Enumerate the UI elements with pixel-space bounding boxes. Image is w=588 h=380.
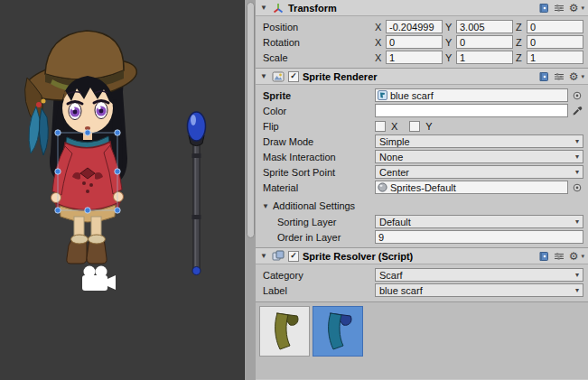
gear-icon[interactable]: ⚙: [569, 3, 579, 14]
dropdown-arrow-icon: ▾: [575, 168, 579, 176]
flip-x-label: X: [391, 121, 397, 132]
help-icon[interactable]: [538, 251, 549, 262]
z-axis-label: Z: [516, 52, 524, 63]
x-axis-label: X: [375, 37, 383, 48]
sprite-object-value: blue scarf: [390, 90, 565, 101]
blue-scarf-sprite: [318, 308, 358, 355]
foldout-icon[interactable]: ▼: [259, 72, 268, 80]
rotation-label: Rotation: [263, 37, 375, 48]
flip-x-checkbox[interactable]: [375, 121, 386, 132]
sorting-layer-label: Sorting Layer: [263, 217, 375, 227]
position-x-input[interactable]: [386, 20, 443, 33]
category-row: Category Scarf ▾: [256, 267, 588, 283]
preset-icon[interactable]: [554, 251, 565, 262]
position-y-input[interactable]: [456, 20, 513, 33]
gear-icon[interactable]: ⚙: [569, 251, 579, 262]
sprite-sort-point-label: Sprite Sort Point: [263, 167, 375, 178]
variant-thumbnail-olive-scarf[interactable]: [259, 306, 310, 357]
preset-icon[interactable]: [554, 3, 565, 14]
rotation-x-input[interactable]: [386, 35, 443, 49]
foldout-icon[interactable]: ▼: [259, 252, 268, 260]
scale-z-input[interactable]: [527, 51, 583, 64]
inspector-scrollbar[interactable]: [244, 0, 256, 380]
x-axis-label: X: [375, 52, 383, 63]
transform-component: ▼ Transform ⚙ ▾: [256, 0, 588, 68]
help-icon[interactable]: [538, 71, 549, 82]
color-label: Color: [263, 106, 375, 116]
component-title: Sprite Resolver (Script): [303, 251, 413, 262]
sprite-resolver-icon: [272, 250, 285, 263]
character-sprite[interactable]: [23, 31, 139, 264]
position-z-input[interactable]: [527, 20, 583, 33]
component-title: Transform: [288, 3, 337, 14]
object-picker-icon[interactable]: [573, 91, 582, 100]
rotation-z-input[interactable]: [527, 35, 583, 49]
transform-header[interactable]: ▼ Transform ⚙ ▾: [256, 0, 588, 16]
category-value: Scarf: [379, 270, 575, 281]
order-in-layer-label: Order in Layer: [263, 232, 375, 243]
draw-mode-value: Simple: [379, 136, 575, 147]
additional-settings-label: Additional Settings: [273, 200, 355, 211]
sorting-layer-value: Default: [379, 217, 575, 227]
gear-menu-arrow-icon[interactable]: ▾: [581, 73, 584, 80]
color-swatch[interactable]: [375, 104, 568, 117]
flip-label: Flip: [263, 121, 375, 132]
scene-canvas[interactable]: [0, 0, 244, 380]
camera-gizmo-icon[interactable]: [82, 266, 116, 292]
object-picker-icon[interactable]: [573, 183, 582, 192]
variant-thumbnail-blue-scarf-selected[interactable]: [313, 306, 363, 357]
dropdown-arrow-icon: ▾: [575, 218, 579, 226]
sprite-object-field[interactable]: blue scarf: [375, 88, 568, 102]
z-axis-label: Z: [516, 22, 524, 32]
component-enabled-checkbox[interactable]: ✓: [288, 71, 299, 82]
material-row: Material Sprites-Default: [256, 180, 588, 195]
color-row: Color: [256, 103, 588, 118]
draw-mode-label: Draw Mode: [263, 136, 375, 147]
gear-menu-arrow-icon[interactable]: ▾: [581, 253, 584, 260]
sorting-layer-dropdown[interactable]: Default ▾: [375, 215, 583, 228]
preset-icon[interactable]: [554, 71, 565, 82]
label-dropdown[interactable]: blue scarf ▾: [375, 283, 583, 297]
scene-view[interactable]: [0, 0, 244, 380]
scale-label: Scale: [263, 52, 375, 63]
scale-y-input[interactable]: [456, 51, 513, 64]
sprite-sort-point-dropdown[interactable]: Center ▾: [375, 165, 583, 179]
component-title: Sprite Renderer: [303, 71, 378, 82]
sprite-sort-point-row: Sprite Sort Point Center ▾: [256, 164, 588, 180]
draw-mode-dropdown[interactable]: Simple ▾: [375, 134, 583, 148]
y-axis-label: Y: [445, 37, 453, 48]
gear-menu-arrow-icon[interactable]: ▾: [581, 5, 584, 12]
component-enabled-checkbox[interactable]: ✓: [288, 251, 299, 262]
mask-interaction-value: None: [379, 152, 575, 162]
transform-icon: [272, 2, 285, 14]
eyedropper-icon[interactable]: [572, 106, 583, 116]
flip-y-label: Y: [425, 121, 432, 132]
material-label: Material: [263, 182, 375, 193]
sprite-renderer-header[interactable]: ▼ ✓ Sprite Renderer: [256, 69, 588, 85]
order-in-layer-input[interactable]: [375, 230, 583, 244]
sprite-label: Sprite: [263, 90, 375, 101]
sprite-variant-preview-strip: [256, 301, 588, 379]
dropdown-arrow-icon: ▾: [575, 153, 579, 161]
material-object-value: Sprites-Default: [390, 182, 565, 193]
dropdown-arrow-icon: ▾: [575, 286, 579, 294]
additional-settings-foldout[interactable]: ▼ Additional Settings: [256, 198, 588, 214]
scrollbar-thumb[interactable]: [247, 2, 255, 238]
rotation-y-input[interactable]: [456, 35, 513, 49]
material-sphere-icon: [378, 182, 387, 192]
material-object-field[interactable]: Sprites-Default: [375, 181, 568, 194]
gear-icon[interactable]: ⚙: [569, 71, 579, 82]
help-icon[interactable]: [538, 3, 549, 14]
category-dropdown[interactable]: Scarf ▾: [375, 268, 583, 282]
sprite-resolver-header[interactable]: ▼ ✓ Sprite Resolver (Script): [256, 248, 588, 264]
flip-y-checkbox[interactable]: [409, 121, 420, 132]
staff-prop[interactable]: [188, 112, 206, 275]
mask-interaction-dropdown[interactable]: None ▾: [375, 150, 583, 163]
order-in-layer-row: Order in Layer: [256, 229, 588, 245]
flip-row: Flip X Y: [256, 118, 588, 134]
foldout-icon[interactable]: ▼: [259, 4, 268, 12]
scale-x-input[interactable]: [386, 51, 443, 64]
draw-mode-row: Draw Mode Simple ▾: [256, 134, 588, 149]
foldout-icon[interactable]: ▼: [261, 202, 270, 210]
sprite-thumbnail-icon: [378, 90, 387, 100]
